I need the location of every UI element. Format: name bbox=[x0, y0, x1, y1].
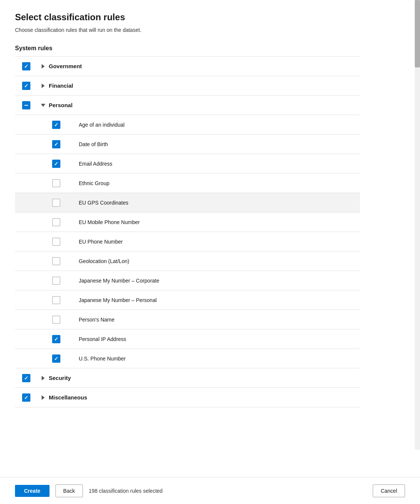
rule-row-japanese-personal[interactable]: Japanese My Number – Personal bbox=[15, 290, 360, 310]
rule-row-age-of-individual[interactable]: Age of an individual bbox=[15, 115, 360, 135]
checkbox-age-of-individual[interactable] bbox=[52, 121, 60, 129]
checkbox-date-of-birth[interactable] bbox=[52, 140, 60, 148]
checkbox-area-eu-phone-number bbox=[45, 238, 68, 246]
rule-row-ethnic-group[interactable]: Ethnic Group bbox=[15, 173, 360, 193]
expand-icon-government[interactable] bbox=[38, 64, 49, 69]
rule-label-eu-mobile-phone-number: EU Mobile Phone Number bbox=[79, 219, 360, 225]
back-button[interactable]: Back bbox=[56, 485, 83, 497]
rule-row-security[interactable]: Security bbox=[15, 368, 360, 388]
rule-label-geolocation: Geolocation (Lat/Lon) bbox=[79, 258, 360, 264]
checkbox-us-phone-number[interactable] bbox=[52, 354, 60, 363]
rule-label-persons-name: Person's Name bbox=[79, 317, 360, 323]
checkbox-area-persons-name bbox=[45, 316, 68, 324]
rule-label-ethnic-group: Ethnic Group bbox=[79, 180, 360, 186]
checkbox-financial[interactable] bbox=[22, 82, 30, 90]
checkbox-email-address[interactable] bbox=[52, 160, 60, 168]
checkbox-security[interactable] bbox=[22, 374, 30, 382]
selected-count-text: 198 classification rules selected bbox=[89, 488, 367, 494]
checkbox-area-personal-ip-address bbox=[45, 335, 68, 343]
page-title: Select classification rules bbox=[15, 12, 360, 22]
rule-label-email-address: Email Address bbox=[79, 161, 360, 167]
rule-row-geolocation[interactable]: Geolocation (Lat/Lon) bbox=[15, 251, 360, 271]
expand-icon-miscellaneous[interactable] bbox=[38, 395, 49, 400]
chevron-right-icon-security bbox=[42, 376, 45, 380]
rule-label-eu-gps-coordinates: EU GPS Coordinates bbox=[79, 200, 360, 206]
rule-label-japanese-personal: Japanese My Number – Personal bbox=[79, 297, 360, 303]
rule-row-eu-gps-coordinates[interactable]: EU GPS Coordinates bbox=[15, 193, 360, 212]
checkbox-area-government bbox=[15, 62, 38, 70]
rule-row-personal-ip-address[interactable]: Personal IP Address bbox=[15, 329, 360, 349]
checkbox-area-ethnic-group bbox=[45, 179, 68, 187]
chevron-right-icon-financial bbox=[42, 84, 45, 88]
cancel-button[interactable]: Cancel bbox=[373, 485, 405, 497]
checkbox-japanese-corporate[interactable] bbox=[52, 277, 60, 285]
checkbox-area-japanese-corporate bbox=[45, 277, 68, 285]
checkbox-area-japanese-personal bbox=[45, 296, 68, 304]
rule-label-age-of-individual: Age of an individual bbox=[79, 122, 360, 128]
system-rules-heading: System rules bbox=[15, 45, 360, 52]
rule-row-email-address[interactable]: Email Address bbox=[15, 154, 360, 173]
rule-label-government: Government bbox=[49, 63, 360, 69]
rule-label-security: Security bbox=[49, 375, 360, 381]
scrollbar-track[interactable] bbox=[415, 0, 420, 450]
checkbox-personal-ip-address[interactable] bbox=[52, 335, 60, 343]
chevron-down-icon-personal bbox=[41, 104, 45, 107]
checkbox-ethnic-group[interactable] bbox=[52, 179, 60, 187]
checkbox-eu-mobile-phone-number[interactable] bbox=[52, 218, 60, 226]
rule-row-date-of-birth[interactable]: Date of Birth bbox=[15, 135, 360, 154]
rule-list: GovernmentFinancialPersonalAge of an ind… bbox=[15, 56, 360, 407]
rule-label-financial: Financial bbox=[49, 82, 360, 89]
rule-label-personal: Personal bbox=[49, 102, 360, 108]
checkbox-area-geolocation bbox=[45, 257, 68, 265]
checkbox-government[interactable] bbox=[22, 62, 30, 70]
checkbox-area-financial bbox=[15, 82, 38, 90]
rule-label-miscellaneous: Miscellaneous bbox=[49, 394, 360, 401]
create-button[interactable]: Create bbox=[15, 485, 50, 497]
checkbox-area-date-of-birth bbox=[45, 140, 68, 148]
checkbox-area-us-phone-number bbox=[45, 354, 68, 363]
checkbox-persons-name[interactable] bbox=[52, 316, 60, 324]
checkbox-area-age-of-individual bbox=[45, 121, 68, 129]
checkbox-eu-gps-coordinates[interactable] bbox=[52, 199, 60, 207]
scrollbar-thumb[interactable] bbox=[415, 0, 420, 67]
rule-label-date-of-birth: Date of Birth bbox=[79, 141, 360, 147]
expand-icon-security[interactable] bbox=[38, 376, 49, 380]
chevron-right-icon-government bbox=[42, 64, 45, 69]
checkbox-area-miscellaneous bbox=[15, 393, 38, 402]
expand-icon-financial[interactable] bbox=[38, 84, 49, 88]
rule-label-eu-phone-number: EU Phone Number bbox=[79, 239, 360, 245]
checkbox-area-security bbox=[15, 374, 38, 382]
checkbox-eu-phone-number[interactable] bbox=[52, 238, 60, 246]
rule-row-miscellaneous[interactable]: Miscellaneous bbox=[15, 388, 360, 407]
rule-row-persons-name[interactable]: Person's Name bbox=[15, 310, 360, 329]
rule-label-personal-ip-address: Personal IP Address bbox=[79, 336, 360, 342]
rule-row-japanese-corporate[interactable]: Japanese My Number – Corporate bbox=[15, 271, 360, 290]
checkbox-area-personal bbox=[15, 101, 38, 109]
chevron-right-icon-miscellaneous bbox=[42, 395, 45, 400]
rule-row-us-phone-number[interactable]: U.S. Phone Number bbox=[15, 349, 360, 368]
rule-row-eu-mobile-phone-number[interactable]: EU Mobile Phone Number bbox=[15, 212, 360, 232]
rule-label-japanese-corporate: Japanese My Number – Corporate bbox=[79, 278, 360, 284]
checkbox-geolocation[interactable] bbox=[52, 257, 60, 265]
checkbox-personal[interactable] bbox=[22, 101, 30, 109]
footer: Create Back 198 classification rules sel… bbox=[0, 477, 420, 504]
rule-row-eu-phone-number[interactable]: EU Phone Number bbox=[15, 232, 360, 251]
rule-row-government[interactable]: Government bbox=[15, 57, 360, 76]
rule-label-us-phone-number: U.S. Phone Number bbox=[79, 356, 360, 362]
checkbox-miscellaneous[interactable] bbox=[22, 393, 30, 402]
page-description: Choose classification rules that will ru… bbox=[15, 27, 360, 33]
rule-row-financial[interactable]: Financial bbox=[15, 76, 360, 96]
rule-row-personal[interactable]: Personal bbox=[15, 96, 360, 115]
checkbox-area-eu-mobile-phone-number bbox=[45, 218, 68, 226]
checkbox-japanese-personal[interactable] bbox=[52, 296, 60, 304]
checkbox-area-eu-gps-coordinates bbox=[45, 199, 68, 207]
expand-icon-personal[interactable] bbox=[38, 104, 49, 107]
checkbox-area-email-address bbox=[45, 160, 68, 168]
